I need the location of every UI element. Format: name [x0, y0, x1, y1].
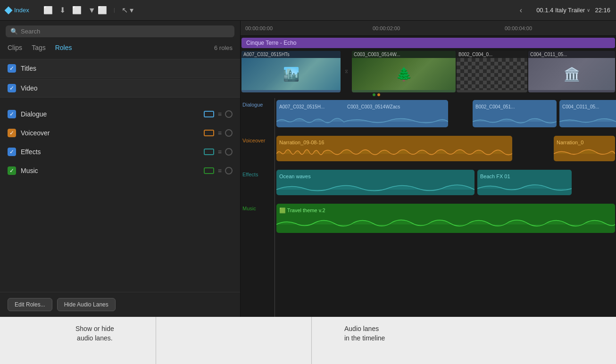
video-clip-4[interactable]: C004_C011_05... 🏛️ [528, 51, 615, 92]
timeline-ruler: 00:00:00:00 00:00:02:00 00:00:04:00 [241, 21, 616, 36]
hide-audio-button[interactable]: Hide Audio Lanes [57, 298, 116, 311]
video-clip-2[interactable]: C003_C003_0514W... 🌲 [352, 51, 456, 92]
voiceover-lines-icon[interactable]: ≡ [218, 129, 221, 137]
music-lines-icon[interactable]: ≡ [218, 167, 221, 174]
annotation-1-text: Show or hideaudio lanes. [75, 325, 114, 342]
role-item-dialogue[interactable]: ✓ Dialogue ≡ [0, 105, 240, 123]
voiceover-lane: Voiceover Narration_09-08-16 Narration_0 [241, 136, 615, 164]
video-checkbox[interactable]: ✓ [8, 84, 16, 92]
roles-count: 6 roles [214, 44, 233, 51]
panel-footer: Edit Roles... Hide Audio Lanes [0, 292, 240, 317]
toolbar-right: ‹ 00.1.4 Italy Trailer ∨ 22:16 [520, 6, 610, 15]
music-label: Music [21, 167, 199, 174]
dialogue-clip-1-label: A007_C032_0515H... [279, 104, 325, 109]
monitor-icon-2[interactable]: ⬇ [59, 6, 66, 15]
project-name: 00.1.4 Italy Trailer [536, 7, 585, 14]
back-button[interactable]: ‹ [520, 6, 522, 15]
effects-checkbox[interactable]: ✓ [8, 148, 16, 156]
annotation-2: Audio lanesin the timeline [344, 324, 385, 343]
effects-clip-2[interactable]: Beach FX 01 [477, 170, 572, 195]
voiceover-icons: ≡ [204, 129, 233, 137]
timeline-content[interactable]: Cinque Terre - Echo A007_C032_0515HTs 🏙️… [241, 36, 616, 317]
dialogue-clip-2[interactable]: B002_C004_051... [473, 100, 557, 127]
transition-1[interactable]: ⧖ [341, 51, 351, 92]
role-item-video[interactable]: ✓ Video [0, 79, 240, 98]
effects-clip-1[interactable]: Ocean waves [276, 170, 474, 195]
title-clip-label: Cinque Terre - Echo [246, 40, 297, 46]
video-clip-4-label: C004_C011_05... [528, 51, 615, 58]
pointer-icon[interactable]: ↖ ▾ [122, 6, 133, 15]
voiceover-lane-label: Voiceover [242, 138, 275, 143]
effects-icons: ≡ [204, 148, 233, 156]
video-clip-3[interactable]: B002_C004_0... [457, 51, 527, 92]
voiceover-checkbox[interactable]: ✓ [8, 129, 16, 137]
dialogue-clip-4[interactable]: C003_C003_0514WZacs [344, 100, 448, 127]
dialogue-checkbox[interactable]: ✓ [8, 110, 16, 118]
dialogue-lane-icon[interactable] [204, 111, 214, 117]
monitor-icon-4[interactable]: ▼ ⬜ [88, 6, 107, 15]
effects-lines-icon[interactable]: ≡ [218, 148, 221, 156]
video-clip-1[interactable]: A007_C032_0515HTs 🏙️ [241, 51, 341, 92]
role-item-titles[interactable]: ✓ Titles [0, 59, 240, 78]
toolbar-icons: ⬜ ⬇ ⬜ ▼ ⬜ | ↖ ▾ [43, 6, 133, 15]
annotation-2-text: Audio lanesin the timeline [344, 325, 385, 342]
project-info: 00.1.4 Italy Trailer ∨ [536, 7, 590, 14]
voiceover-clip-1-label: Narration_09-08-16 [279, 140, 324, 145]
dialogue-lines-icon[interactable]: ≡ [218, 110, 221, 118]
dialogue-lane-label: Dialogue [242, 102, 275, 108]
role-item-effects[interactable]: ✓ Effects ≡ [0, 143, 240, 161]
music-checkbox[interactable]: ✓ [8, 166, 16, 175]
music-lane: Music 🟩 Travel theme v.2 [241, 204, 615, 237]
voiceover-clip-2[interactable]: Narration_0 [554, 136, 615, 161]
titles-label: Titles [21, 65, 233, 72]
monitor-icon-1[interactable]: ⬜ [43, 6, 53, 15]
dialogue-clip-3[interactable]: C004_C011_05... [559, 100, 616, 127]
time-display: 22:16 [595, 7, 610, 14]
index-button[interactable]: Index [6, 7, 29, 14]
index-label: Index [14, 7, 29, 14]
project-dropdown-icon[interactable]: ∨ [587, 8, 590, 13]
music-lane-icon[interactable] [204, 167, 214, 174]
dialogue-clip-2-label: B002_C004_051... [475, 104, 515, 109]
effects-lane: Effects Ocean waves Beach FX 01 [241, 170, 615, 198]
video-clip-4-thumb: 🏛️ [564, 66, 580, 82]
search-icon: 🔍 [10, 28, 18, 35]
dialogue-clip-4-label: C003_C003_0514WZacs [347, 104, 400, 109]
marker-green [373, 93, 375, 96]
tabs-row: Clips Tags Roles 6 roles [0, 41, 240, 56]
tab-clips[interactable]: Clips [8, 43, 22, 52]
voiceover-label: Voiceover [21, 129, 199, 137]
search-input[interactable] [21, 28, 230, 35]
effects-label: Effects [21, 148, 199, 156]
tab-roles[interactable]: Roles [55, 43, 72, 52]
music-icons: ≡ [204, 167, 233, 174]
video-clip-1-thumb: 🏙️ [283, 66, 300, 82]
edit-roles-button[interactable]: Edit Roles... [8, 298, 52, 311]
music-solo-icon[interactable] [225, 167, 233, 174]
music-lane-label: Music [242, 206, 275, 211]
voiceover-clip-1[interactable]: Narration_09-08-16 [276, 136, 512, 161]
video-clip-3-label: B002_C004_0... [457, 51, 527, 58]
effects-lane-label: Effects [242, 172, 275, 177]
titles-checkbox[interactable]: ✓ [8, 64, 16, 73]
ruler-mark-1: 00:00:02:00 [373, 25, 400, 31]
dialogue-label: Dialogue [21, 110, 199, 118]
video-clips-row: A007_C032_0515HTs 🏙️ ⧖ C003_C003_0514W..… [241, 51, 615, 92]
effects-clip-2-label: Beach FX 01 [480, 174, 510, 179]
dialogue-solo-icon[interactable] [225, 110, 233, 118]
role-item-voiceover[interactable]: ✓ Voiceover ≡ [0, 124, 240, 142]
video-label: Video [21, 84, 233, 92]
effects-solo-icon[interactable] [225, 148, 233, 156]
dialogue-icons: ≡ [204, 110, 233, 118]
voiceover-solo-icon[interactable] [225, 129, 233, 137]
monitor-icon-3[interactable]: ⬜ [72, 6, 82, 15]
left-panel: 🔍 Clips Tags Roles 6 roles ✓ Titles ✓ Vi… [0, 21, 241, 317]
tab-tags[interactable]: Tags [32, 43, 46, 52]
voiceover-lane-icon[interactable] [204, 130, 214, 136]
music-clip-1[interactable]: 🟩 Travel theme v.2 [276, 204, 615, 233]
title-clip[interactable]: Cinque Terre - Echo [241, 38, 615, 48]
effects-clip-1-label: Ocean waves [279, 174, 311, 179]
music-clip-1-label: 🟩 Travel theme v.2 [279, 207, 325, 213]
effects-lane-icon[interactable] [204, 149, 214, 155]
role-item-music[interactable]: ✓ Music ≡ [0, 162, 240, 180]
